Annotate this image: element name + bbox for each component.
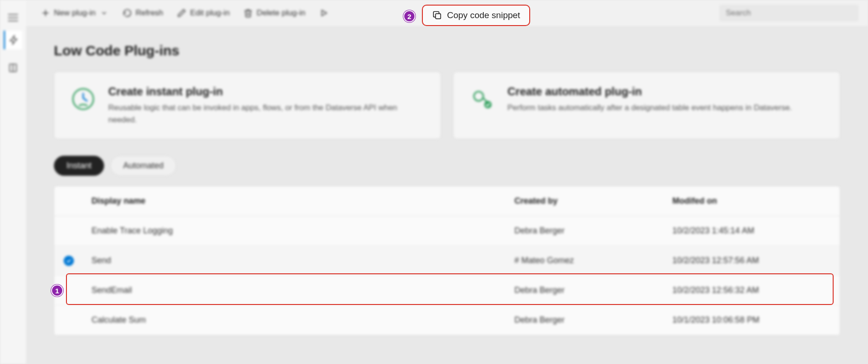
svg-point-6	[474, 92, 483, 101]
instant-icon	[69, 85, 97, 113]
play-icon	[319, 8, 329, 18]
plus-icon	[41, 8, 50, 18]
row-name: Calculate Sum	[92, 315, 514, 325]
row-on: 10/2/2023 12:57:56 AM	[672, 256, 830, 265]
automated-icon	[468, 85, 496, 113]
chevron-down-icon	[99, 8, 109, 18]
pencil-icon	[177, 8, 186, 18]
table-row[interactable]: Send # Mateo Gomez 10/2/2023 12:57:56 AM	[54, 246, 840, 276]
tab-automated[interactable]: Automated	[111, 156, 176, 176]
tab-instant[interactable]: Instant	[54, 156, 104, 176]
side-rail	[0, 0, 26, 364]
svg-marker-4	[322, 10, 327, 16]
create-instant-card[interactable]: Create instant plug-in Reusable logic th…	[54, 72, 441, 139]
table-row[interactable]: SendEmail Debra Berger 10/2/2023 12:56:3…	[54, 276, 840, 305]
edit-plugin-label: Edit plug-in	[190, 8, 230, 18]
plugin-table: Display name Created by Modifed on Enabl…	[54, 186, 840, 336]
row-by: Debra Berger	[514, 285, 672, 295]
search-input[interactable]	[719, 5, 859, 21]
col-modified-on[interactable]: Modifed on	[672, 196, 830, 206]
col-created-by[interactable]: Created by	[514, 196, 672, 206]
table-row[interactable]: Calculate Sum Debra Berger 10/1/2023 10:…	[54, 305, 840, 335]
delete-plugin-button[interactable]: Delete plug-in	[238, 6, 311, 20]
row-name: Send	[92, 256, 514, 265]
instant-card-desc: Reusable logic that can be invoked in ap…	[108, 102, 426, 126]
svg-point-5	[73, 89, 93, 109]
trash-icon	[243, 8, 253, 18]
row-on: 10/2/2023 12:56:32 AM	[672, 285, 830, 295]
row-name: SendEmail	[92, 285, 514, 295]
content-area: Low Code Plug-ins Create instant plug-in…	[26, 26, 868, 364]
row-by: # Mateo Gomez	[514, 256, 672, 265]
refresh-button[interactable]: Refresh	[117, 6, 169, 20]
table-row[interactable]: Enable Trace Logging Debra Berger 10/2/2…	[54, 216, 840, 246]
instant-card-title: Create instant plug-in	[108, 85, 426, 98]
page-title: Low Code Plug-ins	[54, 43, 840, 59]
col-display-name[interactable]: Display name	[92, 196, 514, 206]
row-by: Debra Berger	[514, 315, 672, 325]
hamburger-icon[interactable]	[8, 14, 18, 21]
new-plugin-label: New plug-in	[54, 8, 96, 18]
toolbar: New plug-in Refresh Edit plug-in	[26, 0, 868, 26]
refresh-label: Refresh	[136, 8, 164, 18]
row-on: 10/1/2023 10:06:58 PM	[672, 315, 830, 325]
automated-card-title: Create automated plug-in	[507, 85, 792, 98]
row-by: Debra Berger	[514, 226, 672, 236]
sidebar-plugin-icon[interactable]	[4, 31, 22, 49]
new-plugin-button[interactable]: New plug-in	[35, 6, 114, 20]
automated-card-desc: Perform tasks automatically after a desi…	[507, 102, 792, 114]
edit-plugin-button[interactable]: Edit plug-in	[171, 6, 235, 20]
row-name: Enable Trace Logging	[92, 226, 514, 236]
play-button[interactable]	[314, 6, 334, 20]
selected-check-icon[interactable]	[64, 256, 74, 266]
delete-plugin-label: Delete plug-in	[256, 8, 305, 18]
refresh-icon	[123, 8, 132, 18]
row-on: 10/2/2023 1:45:14 AM	[672, 226, 830, 236]
sidebar-book-icon[interactable]	[4, 59, 22, 77]
create-automated-card[interactable]: Create automated plug-in Perform tasks a…	[453, 72, 840, 139]
